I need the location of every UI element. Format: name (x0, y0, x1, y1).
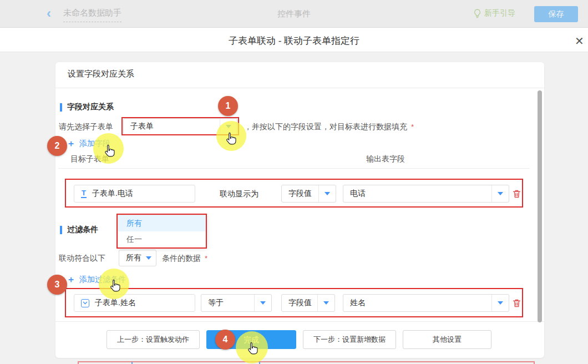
filter-field-value: 子表单.姓名 (95, 298, 136, 308)
filter-value-type-select[interactable]: 字段值 (281, 294, 335, 312)
select-field-icon (81, 299, 89, 307)
lightbulb-icon (473, 9, 481, 18)
dropdown-arrow-icon[interactable] (141, 250, 156, 266)
subform-select[interactable]: 子表单 (123, 118, 237, 135)
add-field-label: 添加字段 (79, 139, 110, 149)
divider (55, 321, 544, 322)
section-title-field-mapping: 字段对应关系 (60, 102, 114, 112)
value-type-value: 字段值 (282, 185, 318, 202)
filter-value-select[interactable]: 姓名 (343, 294, 509, 312)
dialog-title: 子表单联动 - 联动子表单指定行 (0, 34, 588, 47)
divider (58, 168, 530, 169)
delete-icon[interactable] (512, 299, 521, 308)
subform-select-value: 子表单 (124, 119, 220, 134)
output-field-select[interactable]: 电话 (343, 185, 509, 203)
settings-card (55, 62, 544, 358)
next-step-button[interactable]: 下一步：设置新增数据 (303, 330, 396, 349)
section-bar (60, 103, 62, 112)
section-title-filter: 过滤条件 (60, 225, 98, 235)
dropdown-arrow-icon[interactable] (254, 295, 271, 311)
required-mark: * (411, 123, 414, 131)
guide-link[interactable]: 新手引导 (473, 8, 515, 18)
dropdown-option-all[interactable]: 所有 (118, 215, 206, 231)
topbar-content: ‹ 未命名数据助手 控件事件 新手引导 保存 (0, 0, 588, 27)
dropdown-arrow-icon[interactable] (318, 185, 336, 202)
target-field-input[interactable]: T 子表单.电话 (74, 185, 195, 203)
required-mark: * (205, 254, 207, 262)
finish-button[interactable]: 完成 (206, 330, 296, 349)
dropdown-arrow-icon[interactable] (317, 295, 334, 311)
operator-value: 等于 (201, 295, 254, 311)
add-filter-link[interactable]: ＋ 添加过滤条件 (67, 275, 126, 285)
filter-value-field: 姓名 (343, 295, 491, 311)
filter-field-input[interactable]: 子表单.姓名 (74, 294, 195, 312)
other-settings-button[interactable]: 其他设置 (403, 330, 491, 349)
target-field-value: 子表单.电话 (92, 189, 133, 199)
dropdown-arrow-icon[interactable] (220, 119, 237, 134)
match-select[interactable]: 所有 (119, 250, 156, 266)
filter-value-type-value: 字段值 (282, 295, 317, 311)
match-label: 联动符合以下 (59, 250, 105, 266)
prev-step-button[interactable]: 上一步：设置触发动作 (107, 330, 200, 349)
match-suffix: 条件的数据* (162, 250, 207, 267)
display-as-label: 联动显示为 (220, 185, 258, 203)
cutoff-tick (259, 362, 260, 364)
section-bar (60, 226, 62, 234)
topbar: ‹ 未命名数据助手 控件事件 新手引导 保存 (0, 0, 588, 28)
subform-select-label: 请先选择子表单 (59, 118, 113, 135)
column-header-output: 输出表字段 (366, 154, 405, 164)
column-header-target: 目标子表单 (70, 154, 109, 164)
dropdown-arrow-icon[interactable] (491, 185, 509, 202)
delete-icon[interactable] (512, 189, 521, 199)
dialog-header: 子表单联动 - 联动子表单指定行 ✕ (0, 28, 588, 52)
cutoff-tick (131, 362, 133, 364)
after-select-text: ，并按以下的字段设置，对目标表进行数据填充* (244, 118, 414, 135)
plus-icon: ＋ (67, 140, 75, 148)
output-field-value: 电话 (343, 185, 491, 202)
screen: ‹ 未命名数据助手 控件事件 新手引导 保存 子表单联动 - 联动子表单指定行 … (0, 0, 588, 364)
scrollbar-thumb[interactable] (538, 90, 542, 322)
guide-label: 新手引导 (484, 8, 515, 18)
card-header: 设置字段对应关系 (68, 69, 134, 79)
value-type-select[interactable]: 字段值 (281, 185, 336, 203)
plus-icon: ＋ (67, 276, 75, 284)
close-icon[interactable]: ✕ (574, 33, 585, 49)
add-field-link[interactable]: ＋ 添加字段 (67, 139, 110, 149)
text-field-icon: T (81, 189, 87, 198)
dropdown-arrow-icon[interactable] (491, 295, 509, 311)
section-title-text: 过滤条件 (67, 225, 98, 235)
operator-select[interactable]: 等于 (201, 294, 272, 312)
add-filter-label: 添加过滤条件 (79, 275, 126, 285)
save-button[interactable]: 保存 (534, 6, 578, 22)
match-dropdown-panel: 所有 任一 (118, 215, 207, 248)
divider (55, 88, 544, 88)
dropdown-option-any[interactable]: 任一 (118, 231, 206, 247)
match-select-value: 所有 (119, 250, 141, 266)
section-title-text: 字段对应关系 (67, 102, 114, 112)
